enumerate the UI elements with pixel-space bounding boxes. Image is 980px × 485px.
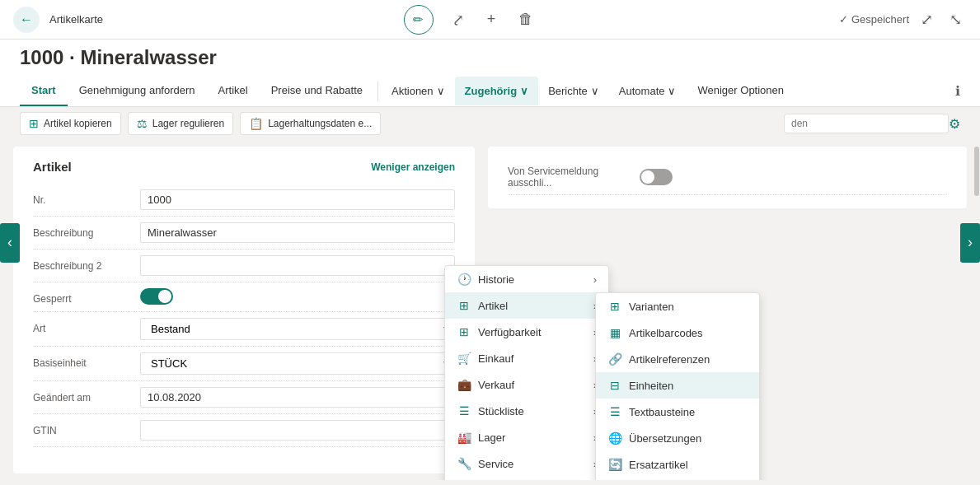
- menu-item-verkauf[interactable]: 💼 Verkauf ›: [445, 371, 608, 398]
- scroll-thumb[interactable]: [974, 147, 979, 196]
- submenu-item-referenzen[interactable]: 🔗 Artikelreferenzen: [596, 346, 759, 372]
- service-icon: 🔧: [457, 457, 471, 470]
- nav-arrow-left[interactable]: ‹: [0, 223, 20, 263]
- submenu-item-uebersetzungen[interactable]: 🌐 Übersetzungen: [596, 425, 759, 451]
- field-art: Art Bestand Dienstleistung Nicht vorräti…: [33, 312, 455, 347]
- tab-zugehoerig[interactable]: Zugehörig ∨: [455, 77, 539, 105]
- action-bar: ⊞ Artikel kopieren ⚖ Lager regulieren 📋 …: [0, 107, 980, 140]
- share-button[interactable]: ⤤: [447, 5, 469, 35]
- label-gesperrt: Gesperrt: [33, 288, 140, 305]
- menu-item-lager[interactable]: 🏭 Lager ›: [445, 424, 608, 450]
- menu-item-stueckliste[interactable]: ☰ Stückliste ›: [445, 398, 608, 424]
- check-icon: ✓: [839, 13, 848, 26]
- artikel-submenu: ⊞ Varianten ▦ Artikelbarcodes 🔗 Artikelr…: [595, 292, 760, 480]
- tab-berichte[interactable]: Berichte ∨: [538, 77, 609, 105]
- menu-item-historie[interactable]: 🕐 Historie ›: [445, 266, 608, 292]
- top-bar-right: ✓ Gespeichert ⤢ ⤡: [839, 7, 967, 32]
- top-bar-center-actions: ✏ ⤤ + 🗑: [113, 5, 829, 35]
- barcode-icon: ▦: [607, 326, 622, 339]
- add-button[interactable]: +: [482, 5, 501, 35]
- nav-arrow-right[interactable]: ›: [960, 223, 980, 263]
- value-gesperrt[interactable]: [140, 288, 455, 305]
- submenu-item-varianten[interactable]: ⊞ Varianten: [596, 293, 759, 319]
- value-basiseinheit: STÜCK KG L: [140, 352, 455, 375]
- artikel-icon: ⊞: [457, 299, 471, 312]
- referenzen-icon: 🔗: [607, 352, 622, 366]
- saved-status: ✓ Gespeichert: [839, 13, 909, 26]
- tab-weniger-optionen[interactable]: Weniger Optionen: [686, 76, 795, 106]
- tab-artikel[interactable]: Artikel: [207, 76, 260, 106]
- right-field-service: Von Servicemeldung ausschli...: [508, 160, 947, 195]
- filter-icon: ⚙: [949, 117, 960, 131]
- tab-aktionen[interactable]: Aktionen ∨: [382, 77, 455, 105]
- page-title-bar: 1000 · Mineralwasser: [0, 40, 980, 76]
- uebersetzungen-icon: 🌐: [607, 431, 622, 445]
- regulate-warehouse-button[interactable]: ⚖ Lager regulieren: [128, 112, 233, 135]
- edit-button[interactable]: ✏: [404, 5, 434, 35]
- input-gtin[interactable]: [140, 420, 455, 441]
- tab-genehmigung[interactable]: Genehmigung anfordern: [68, 76, 207, 106]
- submenu-item-ersatzartikel[interactable]: 🔄 Ersatzartikel: [596, 451, 759, 478]
- select-basiseinheit[interactable]: STÜCK KG L: [140, 352, 455, 375]
- input-nr[interactable]: [140, 189, 455, 210]
- menu-item-ressourcen[interactable]: 👥 Ressourcen ›: [445, 477, 608, 480]
- warehouse-data-button[interactable]: 📋 Lagerhaltungsdaten e...: [240, 112, 381, 135]
- action-bar-search: ⚙: [387, 114, 960, 133]
- shrink-icon: ⤡: [950, 12, 962, 28]
- copy-article-button[interactable]: ⊞ Artikel kopieren: [20, 112, 121, 135]
- section-title: Artikel Weniger anzeigen: [33, 160, 455, 174]
- nav-tabs: Start Genehmigung anfordern Artikel Prei…: [0, 76, 980, 107]
- input-beschreibung[interactable]: [140, 222, 455, 243]
- value-geaendert: [140, 387, 455, 408]
- info-button[interactable]: ℹ: [955, 83, 960, 99]
- label-geaendert: Geändert am: [33, 387, 140, 403]
- ersatzartikel-icon: 🔄: [607, 458, 622, 471]
- label-gtin: GTIN: [33, 420, 140, 436]
- input-geaendert[interactable]: [140, 387, 455, 408]
- submenu-item-textbausteine[interactable]: ☰ Textbausteine: [596, 399, 759, 425]
- content-area: Artikel Weniger anzeigen Nr. Beschreibun…: [0, 140, 980, 480]
- shrink-button[interactable]: ⤡: [945, 7, 967, 32]
- less-link[interactable]: Weniger anzeigen: [371, 161, 455, 173]
- zugehoerig-dropdown: 🕐 Historie › ⊞ Artikel › ⊞ Verfügbarkeit…: [444, 265, 609, 480]
- toggle-gesperrt[interactable]: [140, 288, 173, 305]
- add-icon: +: [487, 11, 496, 27]
- verfuegbarkeit-icon: ⊞: [457, 325, 471, 338]
- back-icon: ←: [20, 12, 33, 27]
- submenu-item-einheiten[interactable]: ⊟ Einheiten: [596, 372, 759, 399]
- menu-item-verfuegbarkeit[interactable]: ⊞ Verfügbarkeit ›: [445, 319, 608, 345]
- varianten-icon: ⊞: [607, 300, 622, 313]
- submenu-item-sonstiges[interactable]: Sonstiges ›: [596, 478, 759, 480]
- page-title: 1000 · Mineralwasser: [20, 46, 960, 76]
- select-art[interactable]: Bestand Dienstleistung Nicht vorrätig: [140, 318, 455, 340]
- open-new-button[interactable]: ⤢: [916, 7, 938, 32]
- tab-start[interactable]: Start: [20, 76, 68, 106]
- scroll-track: [973, 140, 980, 480]
- menu-item-einkauf[interactable]: 🛒 Einkauf ›: [445, 345, 608, 371]
- submenu-item-barcodes[interactable]: ▦ Artikelbarcodes: [596, 319, 759, 346]
- tab-preise[interactable]: Preise und Rabatte: [260, 76, 374, 106]
- input-beschreibung2[interactable]: [140, 255, 455, 276]
- menu-item-service[interactable]: 🔧 Service ›: [445, 450, 608, 477]
- value-art: Bestand Dienstleistung Nicht vorrätig: [140, 318, 455, 340]
- delete-button[interactable]: 🗑: [513, 5, 538, 35]
- field-nr: Nr.: [33, 184, 455, 217]
- back-button[interactable]: ←: [13, 7, 40, 33]
- filter-button[interactable]: ⚙: [949, 114, 960, 133]
- menu-item-artikel[interactable]: ⊞ Artikel ›: [445, 292, 608, 319]
- label-art: Art: [33, 318, 140, 334]
- copy-icon: ⊞: [29, 117, 39, 130]
- chevron-down-icon-4: ∨: [668, 85, 676, 97]
- share-icon: ⤤: [452, 12, 464, 28]
- arrow-icon-0: ›: [593, 273, 597, 286]
- field-gesperrt: Gesperrt: [33, 282, 455, 312]
- right-value-service: [640, 169, 947, 185]
- label-beschreibung: Beschreibung: [33, 222, 140, 239]
- search-input[interactable]: [784, 114, 949, 133]
- toggle-service[interactable]: [640, 169, 673, 185]
- einkauf-icon: 🛒: [457, 352, 471, 365]
- tab-automate[interactable]: Automate ∨: [609, 77, 687, 105]
- arrow-left-icon: ‹: [7, 234, 12, 251]
- einheiten-icon: ⊟: [607, 379, 622, 392]
- chevron-down-icon-2: ∨: [520, 85, 528, 97]
